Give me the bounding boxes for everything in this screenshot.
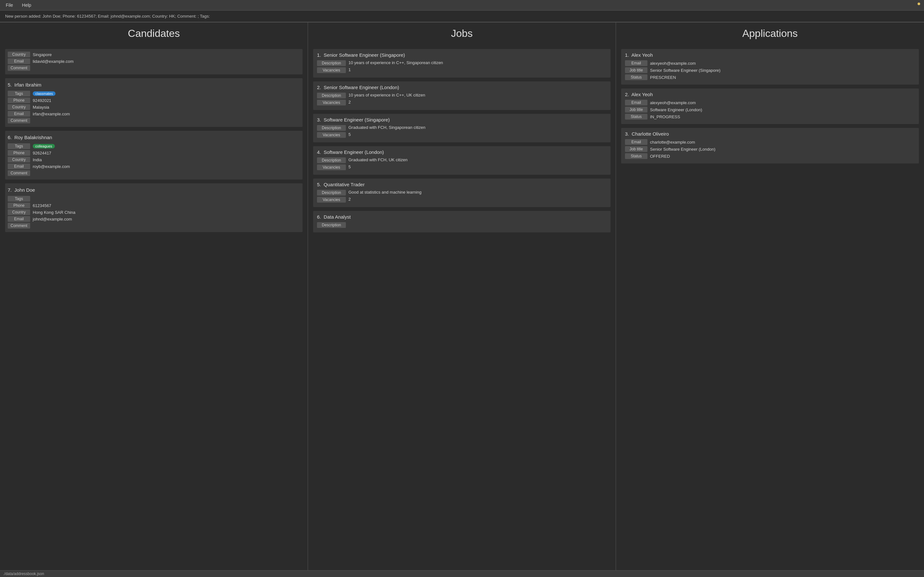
email-label: Email	[8, 58, 30, 64]
job-entry-6: 6. Data Analyst Description	[313, 211, 611, 232]
field-comment-irfan: Comment	[8, 118, 300, 123]
job-vacancies-5: Vacancies 2	[317, 197, 607, 203]
job-title-1: 1. Senior Software Engineer (Singapore)	[317, 52, 607, 58]
description-label: Description	[317, 93, 346, 98]
comment-label: Comment	[8, 118, 30, 123]
field-tags-johndoe: Tags	[8, 196, 300, 201]
vacancies-value: 5	[349, 164, 351, 169]
application-entry-3: 3. Charlotte Oliveiro Email charlotte@ex…	[621, 128, 919, 163]
menu-help[interactable]: Help	[20, 2, 33, 8]
job-description-5: Description Good at statistics and machi…	[317, 190, 607, 195]
country-value: Singapore	[33, 52, 52, 57]
job-title-6: 6. Data Analyst	[317, 214, 607, 219]
field-email-johndoe: Email johnd@example.com	[8, 216, 300, 222]
status-value: OFFERED	[650, 154, 670, 159]
field-comment: Comment	[8, 65, 300, 71]
email-label: Email	[8, 163, 30, 169]
status-value: PRESCREEN	[650, 75, 676, 80]
menu-file[interactable]: File	[4, 2, 15, 8]
field-phone-irfan: Phone 92492021	[8, 97, 300, 103]
tag-classmates-badge: classmates	[33, 91, 55, 96]
job-description-2: Description 10 years of experience in C+…	[317, 93, 607, 98]
description-label: Description	[317, 125, 346, 131]
phone-label: Phone	[8, 150, 30, 156]
tags-label: Tags	[8, 91, 30, 97]
app-status-2: Status IN_PROGRESS	[625, 114, 915, 119]
jobs-panel: Jobs 1. Senior Software Engineer (Singap…	[308, 23, 616, 570]
job-vacancies-4: Vacancies 5	[317, 164, 607, 170]
menubar: File Help	[0, 0, 924, 11]
applications-title: Applications	[621, 27, 919, 43]
tags-label: Tags	[8, 196, 30, 201]
comment-label: Comment	[8, 170, 30, 176]
statusbar: ./data/addressbook.json	[0, 570, 924, 577]
app-jobtitle-1: Job title Senior Software Engineer (Sing…	[625, 67, 915, 73]
window-dot	[918, 3, 920, 5]
field-country-johndoe: Country Hong Kong SAR China	[8, 210, 300, 215]
country-label: Country	[8, 52, 30, 57]
candidate-entry-partial: Country Singapore Email lidavid@example.…	[5, 49, 302, 74]
field-email-roy: Email royb@example.com	[8, 163, 300, 169]
candidate-name-irfan: 5. Irfan Ibrahim	[8, 81, 300, 89]
job-description-6: Description	[317, 222, 607, 228]
phone-label: Phone	[8, 203, 30, 208]
vacancies-label: Vacancies	[317, 132, 346, 138]
notification-bar: New person added: John Doe; Phone: 61234…	[0, 11, 924, 22]
description-value: 10 years of experience in C++, UK citize…	[349, 93, 425, 97]
description-label: Description	[317, 190, 346, 195]
email-value: charlotte@example.com	[650, 140, 695, 145]
job-description-4: Description Graduated with FCH, UK citiz…	[317, 157, 607, 163]
field-country-irfan: Country Malaysia	[8, 104, 300, 110]
country-label: Country	[8, 157, 30, 163]
comment-label: Comment	[8, 65, 30, 71]
candidate-name-roy: 6. Roy Balakrishnan	[8, 133, 300, 141]
email-label: Email	[625, 60, 648, 66]
jobtitle-label: Job title	[625, 67, 648, 73]
candidate-entry-johndoe: 7. John Doe Tags Phone 61234567 Country …	[5, 183, 302, 232]
candidate-entry-roy: 6. Roy Balakrishnan Tags colleagues Phon…	[5, 131, 302, 179]
vacancies-value: 5	[349, 132, 351, 137]
job-description-1: Description 10 years of experience in C+…	[317, 60, 607, 66]
app-status-1: Status PRESCREEN	[625, 74, 915, 80]
vacancies-label: Vacancies	[317, 164, 346, 170]
email-label: Email	[625, 139, 648, 145]
email-value: irfan@example.com	[33, 111, 70, 116]
description-label: Description	[317, 60, 346, 66]
field-comment-roy: Comment	[8, 170, 300, 176]
job-entry-4: 4. Software Engineer (London) Descriptio…	[313, 146, 611, 175]
phone-value: 92492021	[33, 98, 51, 103]
job-title-3: 3. Software Engineer (Singapore)	[317, 117, 607, 122]
job-entry-2: 2. Senior Software Engineer (London) Des…	[313, 81, 611, 110]
field-email-irfan: Email irfan@example.com	[8, 111, 300, 117]
email-value: alexyeoh@example.com	[650, 61, 696, 66]
app-email-1: Email alexyeoh@example.com	[625, 60, 915, 66]
field-comment-johndoe: Comment	[8, 223, 300, 229]
app-name-3: 3. Charlotte Oliveiro	[625, 131, 915, 137]
comment-label: Comment	[8, 223, 30, 229]
email-value: alexyeoh@example.com	[650, 100, 696, 105]
email-value: lidavid@example.com	[33, 59, 73, 64]
job-entry-3: 3. Software Engineer (Singapore) Descrip…	[313, 114, 611, 142]
email-value: royb@example.com	[33, 164, 70, 169]
email-label: Email	[8, 111, 30, 117]
candidate-entry-irfan: 5. Irfan Ibrahim Tags classmates Phone 9…	[5, 78, 302, 127]
field-email: Email lidavid@example.com	[8, 58, 300, 64]
app-email-2: Email alexyeoh@example.com	[625, 100, 915, 105]
jobtitle-label: Job title	[625, 146, 648, 152]
application-entry-1: 1. Alex Yeoh Email alexyeoh@example.com …	[621, 49, 919, 85]
job-vacancies-1: Vacancies 1	[317, 67, 607, 73]
job-entry-5: 5. Quantitative Trader Description Good …	[313, 179, 611, 207]
jobtitle-value: Senior Software Engineer (London)	[650, 147, 716, 152]
app-name-2: 2. Alex Yeoh	[625, 92, 915, 97]
app-name-1: 1. Alex Yeoh	[625, 52, 915, 58]
description-value: Good at statistics and machine learning	[349, 190, 422, 195]
vacancies-label: Vacancies	[317, 100, 346, 105]
candidate-name-johndoe: 7. John Doe	[8, 186, 300, 194]
vacancies-label: Vacancies	[317, 67, 346, 73]
country-value: Malaysia	[33, 105, 49, 110]
application-entry-2: 2. Alex Yeoh Email alexyeoh@example.com …	[621, 89, 919, 124]
country-label: Country	[8, 104, 30, 110]
job-vacancies-2: Vacancies 2	[317, 100, 607, 105]
field-tags-irfan: Tags classmates	[8, 91, 300, 97]
job-title-5: 5. Quantitative Trader	[317, 182, 607, 187]
